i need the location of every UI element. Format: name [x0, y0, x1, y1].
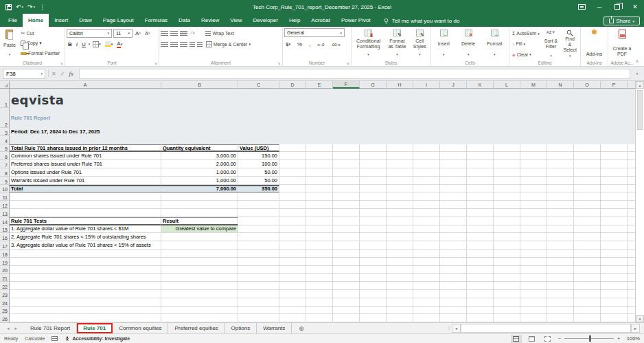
cell-A4[interactable] — [10, 136, 161, 144]
clear-button[interactable]: ◆Clear▾ — [511, 50, 541, 58]
cell-H26[interactable] — [387, 314, 413, 322]
cell-P18[interactable] — [601, 250, 628, 258]
page-layout-view-button[interactable] — [527, 335, 538, 343]
cell-D3[interactable] — [279, 128, 306, 136]
cell-F25[interactable] — [333, 307, 360, 315]
cell-M25[interactable] — [520, 307, 547, 315]
sheet-tab-preferred-equities[interactable]: Preferred equities — [168, 323, 225, 333]
cell-G22[interactable] — [360, 282, 387, 290]
cell-M20[interactable] — [520, 266, 547, 274]
zoom-level[interactable]: 100% — [625, 335, 640, 342]
decrease-font-button[interactable]: A˅ — [143, 31, 152, 36]
cell-I17[interactable] — [413, 241, 440, 250]
cell-B23[interactable] — [161, 290, 238, 298]
cell-L7[interactable] — [494, 160, 520, 168]
cell-L6[interactable] — [494, 152, 520, 160]
cell-F18[interactable] — [333, 250, 360, 258]
cell-E16[interactable] — [306, 233, 333, 241]
cell-G1[interactable] — [360, 89, 387, 108]
cell-N26[interactable] — [547, 314, 574, 322]
cell-F2[interactable] — [333, 108, 360, 128]
cell-N1[interactable] — [547, 89, 574, 108]
cell-C4[interactable] — [238, 136, 279, 144]
zoom-in-button[interactable]: + — [617, 336, 620, 341]
cell-N18[interactable] — [547, 250, 574, 258]
cell-H9[interactable] — [387, 177, 413, 185]
ribbon-tab-power-pivot[interactable]: Power Pivot — [336, 14, 376, 27]
cell-H2[interactable] — [387, 108, 413, 128]
enter-formula-button[interactable]: ✓ — [60, 71, 65, 77]
cell-K2[interactable] — [467, 108, 494, 128]
shares-usd-value[interactable]: 150.00 — [238, 152, 279, 160]
column-header-M[interactable]: M — [520, 81, 547, 89]
cell-K6[interactable] — [467, 152, 494, 160]
shares-usd-value[interactable]: 100.00 — [238, 160, 279, 168]
cell-H14[interactable] — [387, 217, 413, 225]
cell-I2[interactable] — [413, 108, 440, 128]
cell-C26[interactable] — [238, 314, 279, 322]
cell-K7[interactable] — [467, 160, 494, 168]
cell-L18[interactable] — [494, 250, 520, 258]
cell-O11[interactable] — [574, 192, 601, 201]
cell-B18[interactable] — [161, 250, 238, 258]
cell-O18[interactable] — [574, 250, 601, 258]
accessibility-status[interactable]: Accessibility: Investigate — [65, 336, 130, 342]
row-header-12[interactable]: 12 — [0, 201, 10, 209]
cell-G11[interactable] — [360, 192, 387, 201]
formula-input[interactable] — [79, 69, 630, 79]
cell-D15[interactable] — [279, 225, 306, 234]
cell-J7[interactable] — [440, 160, 467, 168]
row-header-20[interactable]: 20 — [0, 266, 10, 274]
ribbon-tab-help[interactable]: Help — [284, 14, 306, 27]
cell-K13[interactable] — [467, 209, 494, 217]
cell-C1[interactable] — [238, 89, 279, 108]
sheet-tab-options[interactable]: Options — [225, 323, 257, 333]
cell-E7[interactable] — [306, 160, 333, 168]
cell-L4[interactable] — [494, 136, 520, 144]
shares-quantity-value[interactable]: 1,000.00 — [161, 168, 238, 177]
cell-D9[interactable] — [279, 177, 306, 185]
cell-G9[interactable] — [360, 177, 387, 185]
clipboard-dialog-launcher[interactable]: ↘ — [60, 61, 63, 65]
shares-quantity-value[interactable]: 3,000.00 — [161, 152, 238, 160]
cell-C2[interactable] — [238, 108, 279, 128]
cell-H16[interactable] — [387, 233, 413, 241]
cell-A19[interactable] — [10, 258, 161, 266]
normal-view-button[interactable] — [511, 335, 522, 343]
ribbon-tab-draw[interactable]: Draw — [73, 14, 97, 27]
cell-A13[interactable] — [10, 209, 161, 217]
cell-I25[interactable] — [413, 307, 440, 315]
cell-N19[interactable] — [547, 258, 574, 266]
cell-G26[interactable] — [360, 314, 387, 322]
cell-O12[interactable] — [574, 201, 601, 209]
cell-D19[interactable] — [279, 258, 306, 266]
bold-button[interactable]: B — [67, 41, 73, 47]
cut-button[interactable]: ✂Cut — [19, 29, 61, 37]
number-format-select[interactable]: General▾ — [284, 28, 345, 37]
cell-L9[interactable] — [494, 177, 520, 185]
row-header-23[interactable]: 23 — [0, 290, 10, 298]
align-right-button[interactable] — [180, 42, 187, 47]
cell-B2[interactable] — [161, 108, 238, 128]
cell-O25[interactable] — [574, 307, 601, 315]
cell-B22[interactable] — [161, 282, 238, 290]
cell-F6[interactable] — [333, 152, 360, 160]
cell-P1[interactable] — [601, 89, 628, 108]
test-row-label[interactable]: 1. Aggregate dollar value of Rule 701 sh… — [10, 225, 161, 234]
report-title[interactable]: Rule 701 Report — [10, 108, 161, 128]
cell-J3[interactable] — [440, 128, 467, 136]
cell-G24[interactable] — [360, 298, 387, 307]
copy-button[interactable]: Copy▾ — [19, 39, 61, 47]
cell-F23[interactable] — [333, 290, 360, 298]
insert-function-button[interactable]: fx — [69, 70, 73, 77]
cell-A26[interactable] — [10, 314, 161, 322]
row-header-24[interactable]: 24 — [0, 298, 10, 307]
cell-J1[interactable] — [440, 89, 467, 108]
cell-F26[interactable] — [333, 314, 360, 322]
cell-O8[interactable] — [574, 168, 601, 177]
cell-D14[interactable] — [279, 217, 306, 225]
cell-P19[interactable] — [601, 258, 628, 266]
cell-I26[interactable] — [413, 314, 440, 322]
column-header-O[interactable]: O — [574, 81, 601, 89]
cell-G12[interactable] — [360, 201, 387, 209]
